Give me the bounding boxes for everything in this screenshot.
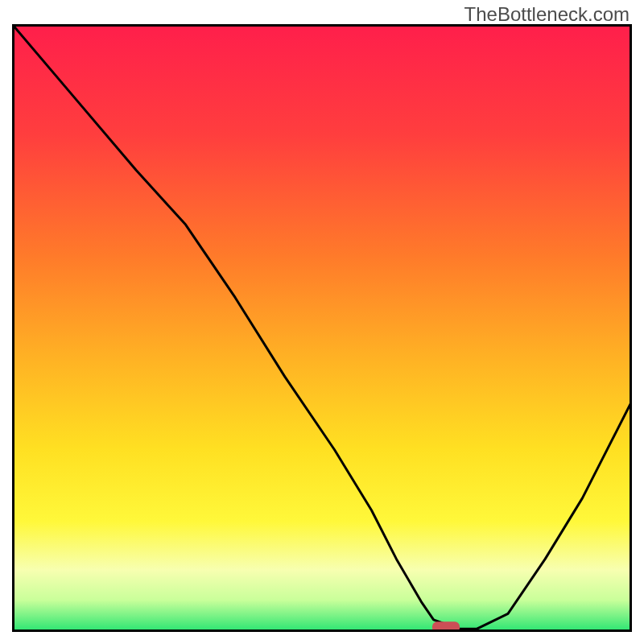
watermark-text: TheBottleneck.com xyxy=(464,3,630,26)
chart-container: TheBottleneck.com xyxy=(0,0,644,644)
gradient-background xyxy=(14,26,630,630)
plot-area xyxy=(12,24,632,632)
bottleneck-chart xyxy=(12,24,632,632)
